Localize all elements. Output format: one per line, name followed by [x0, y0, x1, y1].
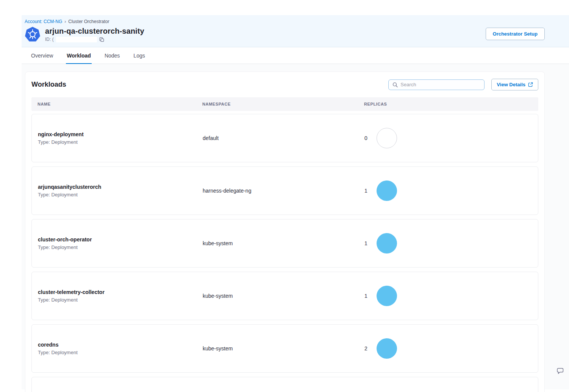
table-row[interactable]: coredns Type: Deployment kube-system 2: [31, 324, 538, 373]
cluster-id-redacted: [56, 37, 97, 42]
workload-replicas-cell: 1: [364, 180, 538, 201]
page-header: Account: CCM-NG › Cluster Orchestrator a…: [22, 15, 569, 47]
table-row[interactable]: arjunqasanityclusterorch Type: Deploymen…: [31, 166, 538, 215]
table-row[interactable]: nginx-deployment Type: Deployment defaul…: [31, 114, 538, 162]
column-header-name: NAME: [38, 102, 202, 106]
breadcrumb-account-link[interactable]: Account: CCM-NG: [25, 19, 62, 24]
workload-namespace: kube-system: [203, 345, 364, 352]
cluster-id-row: ID: (: [45, 37, 144, 42]
workload-type: Type: Deployment: [38, 244, 203, 250]
tab-nodes[interactable]: Nodes: [104, 47, 120, 64]
table-row[interactable]: cluster-orch-operator Type: Deployment k…: [31, 219, 538, 268]
view-details-label: View Details: [497, 82, 525, 87]
chat-bubble-icon[interactable]: [556, 367, 564, 375]
workload-name-cell: cluster-orch-operator Type: Deployment: [38, 236, 203, 250]
workloads-card-header: Workloads View Details: [31, 79, 538, 90]
workloads-header-actions: View Details: [388, 79, 538, 90]
table-row[interactable]: cluster-telemetry-collector Type: Deploy…: [31, 272, 538, 320]
table-row-partial: [31, 377, 538, 392]
workload-name: nginx-deployment: [38, 131, 203, 137]
replica-circle: [377, 286, 397, 306]
workload-namespace: kube-system: [203, 240, 364, 246]
search-input[interactable]: [400, 82, 480, 87]
breadcrumb-current: Cluster Orchestrator: [68, 19, 109, 24]
replica-circle: [377, 180, 397, 201]
search-icon: [392, 82, 398, 87]
workload-name-cell: coredns Type: Deployment: [38, 342, 203, 355]
replica-count: 1: [364, 293, 367, 299]
tab-logs[interactable]: Logs: [133, 47, 145, 64]
tab-overview[interactable]: Overview: [30, 47, 54, 64]
replica-count: 2: [364, 345, 367, 352]
tab-bar: Overview Workload Nodes Logs: [22, 47, 569, 64]
copy-icon[interactable]: [99, 37, 104, 42]
replica-count: 1: [364, 188, 367, 194]
title-row: arjun-qa-clusterorch-sanity ID: (: [25, 26, 545, 42]
replica-count: 1: [364, 240, 367, 246]
workload-type: Type: Deployment: [38, 192, 203, 198]
table-header: NAME NAMESPACE REPLICAS: [31, 97, 538, 111]
orchestrator-setup-button[interactable]: Orchestrator Setup: [486, 28, 545, 40]
main-content: Workloads View Details: [22, 64, 569, 389]
workload-replicas-cell: 1: [364, 286, 538, 306]
workload-name-cell: cluster-telemetry-collector Type: Deploy…: [38, 289, 203, 303]
workload-replicas-cell: 0: [364, 128, 538, 148]
workloads-card: Workloads View Details: [25, 72, 545, 392]
replica-count: 0: [364, 135, 367, 141]
column-header-replicas: REPLICAS: [364, 102, 538, 106]
workloads-title: Workloads: [31, 81, 66, 89]
workload-name-cell: nginx-deployment Type: Deployment: [38, 131, 203, 145]
workload-type: Type: Deployment: [38, 139, 203, 145]
workload-type: Type: Deployment: [38, 350, 203, 355]
workload-replicas-cell: 1: [364, 233, 538, 254]
cluster-orchestrator-page: Account: CCM-NG › Cluster Orchestrator a…: [22, 15, 569, 392]
external-link-icon: [528, 82, 533, 87]
view-details-button[interactable]: View Details: [491, 79, 538, 90]
cluster-id-label: ID: (: [45, 37, 54, 42]
replica-circle: [377, 128, 397, 148]
title-block: arjun-qa-clusterorch-sanity ID: (: [45, 27, 144, 42]
workload-name: arjunqasanityclusterorch: [38, 184, 203, 190]
kubernetes-icon: [25, 26, 41, 42]
search-box[interactable]: [388, 79, 485, 90]
workload-namespace: kube-system: [203, 293, 364, 299]
workload-name: cluster-telemetry-collector: [38, 289, 203, 295]
workload-replicas-cell: 2: [364, 338, 538, 359]
workload-name: coredns: [38, 342, 203, 348]
breadcrumb: Account: CCM-NG › Cluster Orchestrator: [25, 19, 545, 24]
replica-circle: [377, 233, 397, 254]
workload-name: cluster-orch-operator: [38, 236, 203, 243]
breadcrumb-separator-icon: ›: [64, 19, 66, 24]
workload-rows: nginx-deployment Type: Deployment defaul…: [31, 114, 538, 392]
replica-circle: [377, 338, 397, 359]
workload-name-cell: arjunqasanityclusterorch Type: Deploymen…: [38, 184, 203, 198]
workload-namespace: harness-delegate-ng: [203, 188, 364, 194]
workload-namespace: default: [203, 135, 364, 141]
page-title: arjun-qa-clusterorch-sanity: [45, 27, 144, 36]
column-header-namespace: NAMESPACE: [202, 102, 364, 106]
workload-type: Type: Deployment: [38, 297, 203, 303]
tab-workload[interactable]: Workload: [66, 47, 92, 64]
